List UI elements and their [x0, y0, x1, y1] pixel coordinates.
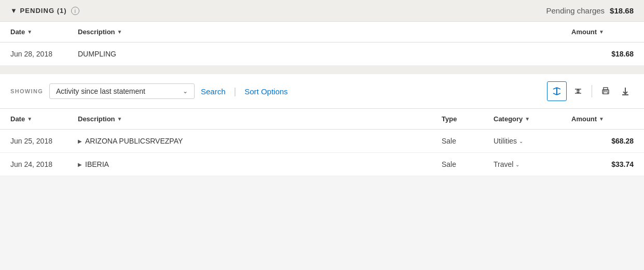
- pending-charges-amount: $18.68: [610, 6, 634, 15]
- filter-bar: SHOWING Activity since last statement ⌄ …: [0, 74, 644, 109]
- svg-line-1: [553, 88, 557, 89]
- pending-charges-label: Pending charges: [546, 6, 605, 15]
- description-sort-icon: ▼: [117, 29, 122, 35]
- activity-date-sort-icon: ▼: [27, 116, 32, 122]
- pending-title: ▼ PENDING (1): [10, 7, 67, 15]
- activity-type-header: Type: [442, 115, 494, 123]
- svg-rect-14: [604, 92, 608, 94]
- pending-row-amount: $18.68: [571, 50, 634, 58]
- download-icon-btn[interactable]: [617, 83, 634, 100]
- row-expand-icon[interactable]: ▶: [78, 138, 82, 144]
- activity-row-2-amount: $33.74: [571, 160, 634, 168]
- activity-cat-sort-icon: ▼: [525, 116, 530, 122]
- pending-row-date: Jun 28, 2018: [10, 50, 78, 58]
- expand-icon-btn[interactable]: [547, 81, 567, 101]
- activity-row: Jun 24, 2018 ▶ IBERIA Sale Travel ⌄ $33.…: [0, 153, 644, 176]
- info-icon[interactable]: i: [71, 7, 79, 15]
- date-sort-icon: ▼: [27, 29, 32, 35]
- filter-bar-divider: |: [234, 86, 237, 97]
- activity-row-1-category[interactable]: Utilities ⌄: [494, 137, 571, 145]
- activity-row-1-amount: $68.28: [571, 137, 634, 145]
- amount-sort-icon: ▼: [599, 29, 604, 35]
- section-separator: [0, 66, 644, 74]
- svg-line-2: [557, 88, 560, 89]
- svg-line-3: [553, 93, 557, 95]
- row-expand-icon[interactable]: ▶: [78, 162, 82, 167]
- activity-desc-sort-icon: ▼: [117, 116, 122, 122]
- search-link[interactable]: Search: [201, 87, 226, 96]
- filter-chevron-icon: ⌄: [183, 88, 188, 95]
- activity-description-header[interactable]: Description ▼: [78, 115, 442, 123]
- filter-select-text: Activity since last statement: [56, 87, 179, 95]
- pending-amount-header[interactable]: Amount ▼: [571, 28, 634, 36]
- pending-description-header[interactable]: Description ▼: [78, 28, 571, 36]
- activity-table-header: Date ▼ Description ▼ Type Category ▼ Amo…: [0, 109, 644, 130]
- activity-row-1-description: ▶ ARIZONA PUBLICSRVEZPAY: [78, 137, 442, 145]
- activity-row-2-description: ▶ IBERIA: [78, 160, 442, 168]
- print-icon-btn[interactable]: [597, 83, 614, 100]
- pending-row-description: DUMPLING: [78, 50, 571, 58]
- activity-amount-header[interactable]: Amount ▼: [571, 115, 634, 123]
- svg-point-15: [604, 91, 605, 92]
- category-dropdown-icon: ⌄: [515, 162, 519, 167]
- pending-date-header[interactable]: Date ▼: [10, 28, 78, 36]
- activity-row-1-type: Sale: [442, 137, 494, 145]
- toolbar-icons: [547, 81, 634, 101]
- svg-line-4: [557, 93, 560, 95]
- activity-category-header[interactable]: Category ▼: [494, 115, 571, 123]
- pending-table-header: Date ▼ Description ▼ Amount ▼: [0, 22, 644, 42]
- pending-section-header: ▼ PENDING (1) i Pending charges $18.68: [0, 0, 644, 22]
- svg-rect-13: [604, 88, 608, 90]
- activity-date-header[interactable]: Date ▼: [10, 115, 78, 123]
- activity-row-1-date: Jun 25, 2018: [10, 137, 78, 145]
- sort-options-link[interactable]: Sort Options: [244, 87, 287, 96]
- pending-row: Jun 28, 2018 DUMPLING $18.68: [0, 42, 644, 66]
- collapse-icon-btn[interactable]: [570, 83, 586, 100]
- activity-filter-select[interactable]: Activity since last statement ⌄: [49, 83, 195, 99]
- activity-row: Jun 25, 2018 ▶ ARIZONA PUBLICSRVEZPAY Sa…: [0, 130, 644, 153]
- activity-row-2-date: Jun 24, 2018: [10, 160, 78, 168]
- showing-label: SHOWING: [10, 88, 43, 94]
- category-dropdown-icon: ⌄: [519, 138, 523, 144]
- icon-separator: [592, 85, 592, 97]
- activity-row-2-category[interactable]: Travel ⌄: [494, 160, 571, 168]
- activity-amount-sort-icon: ▼: [599, 116, 604, 122]
- activity-row-2-type: Sale: [442, 160, 494, 168]
